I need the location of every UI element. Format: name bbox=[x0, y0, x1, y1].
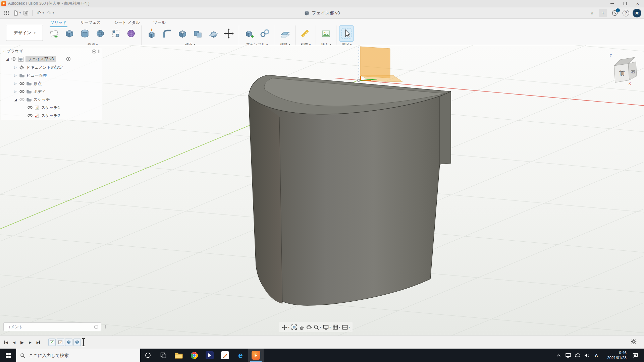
preferences-gear-button[interactable] bbox=[631, 339, 637, 345]
construction-plane-button[interactable] bbox=[278, 26, 292, 41]
account-avatar[interactable]: DD bbox=[633, 9, 641, 17]
undo-caret-icon[interactable]: ▾ bbox=[43, 11, 44, 14]
zoom-button[interactable]: ▾ bbox=[314, 324, 321, 330]
timeline-play-button[interactable]: ▶ bbox=[18, 338, 26, 346]
browser-item-origin[interactable]: ▷ 原点 bbox=[1, 79, 102, 87]
pattern-button[interactable] bbox=[109, 26, 123, 41]
expand-arrow-icon[interactable]: ◢ bbox=[13, 98, 17, 102]
action-center-button[interactable] bbox=[629, 349, 641, 362]
measure-button[interactable] bbox=[299, 26, 313, 41]
taskbar-clock[interactable]: 0:46 2021/01/28 bbox=[602, 350, 628, 360]
split-body-button[interactable] bbox=[206, 26, 220, 41]
tray-chevron-up-icon[interactable] bbox=[555, 349, 563, 362]
fusion-360-icon[interactable]: F bbox=[248, 349, 264, 362]
root-node-label[interactable]: フェイス部 v3 bbox=[25, 56, 56, 62]
workspace-selector[interactable]: デザイン▾ bbox=[6, 25, 43, 41]
fillet-button[interactable] bbox=[160, 26, 174, 41]
timeline-feature-sketch2[interactable] bbox=[57, 339, 64, 346]
create-form-button[interactable] bbox=[124, 26, 138, 41]
close-button[interactable]: × bbox=[631, 0, 644, 7]
taskbar-search[interactable] bbox=[16, 349, 140, 362]
comment-collapse-circle-icon[interactable] bbox=[94, 325, 98, 329]
model-body[interactable] bbox=[249, 75, 451, 305]
cylinder-button[interactable] bbox=[78, 26, 92, 41]
orbit-button[interactable] bbox=[306, 324, 312, 330]
zoom-caret-icon[interactable]: ▾ bbox=[320, 326, 321, 329]
start-button[interactable] bbox=[0, 349, 16, 362]
tray-speaker-icon[interactable] bbox=[583, 349, 591, 362]
browser-item-named-views[interactable]: ▷ ビュー管理 bbox=[1, 71, 102, 79]
create-sketch-button[interactable] bbox=[47, 26, 61, 41]
sketch-plane-vertical[interactable] bbox=[360, 47, 390, 78]
select-button[interactable] bbox=[339, 26, 354, 41]
browser-item-sketch1[interactable]: スケッチ1 bbox=[1, 104, 102, 112]
view-cube[interactable]: 前 右 Z X bbox=[608, 53, 641, 86]
new-component-button[interactable] bbox=[242, 26, 256, 41]
timeline-skip-start-button[interactable]: ◀ bbox=[2, 338, 10, 346]
viewports-button[interactable]: ▾ bbox=[342, 325, 350, 330]
undo-button[interactable]: ↶ bbox=[35, 9, 43, 17]
expand-arrow-icon[interactable]: ▷ bbox=[13, 74, 17, 77]
grid-caret-icon[interactable]: ▾ bbox=[339, 326, 340, 329]
timeline-feature-extrude2[interactable] bbox=[73, 339, 81, 346]
sphere-button[interactable] bbox=[93, 26, 107, 41]
task-view-button[interactable] bbox=[156, 349, 171, 362]
visibility-eye-icon[interactable] bbox=[28, 114, 33, 117]
cortana-button[interactable] bbox=[140, 349, 156, 362]
origin-point[interactable] bbox=[358, 79, 360, 82]
timeline-feature-sketch1[interactable] bbox=[48, 339, 56, 346]
browser-grip-handle[interactable] bbox=[98, 50, 100, 53]
expand-arrow-icon[interactable]: ▷ bbox=[13, 90, 17, 93]
root-expand-icon[interactable]: ◢ bbox=[5, 57, 9, 61]
browser-item-document-settings[interactable]: ▷ ドキュメントの設定 bbox=[1, 63, 102, 71]
notes-app-icon[interactable] bbox=[217, 349, 233, 362]
collapse-browser-icon[interactable]: « bbox=[3, 50, 5, 53]
tray-cloud-icon[interactable] bbox=[574, 349, 582, 362]
viewports-caret-icon[interactable]: ▾ bbox=[348, 326, 350, 329]
display-caret-icon[interactable]: ▾ bbox=[329, 326, 331, 329]
free-orbit-move-button[interactable]: ▾ bbox=[282, 324, 289, 330]
file-explorer-icon[interactable] bbox=[171, 349, 186, 362]
activate-component-radio[interactable] bbox=[66, 57, 71, 61]
document-tab[interactable]: フェイス部 v3 bbox=[299, 7, 345, 19]
job-status-button[interactable]: 1 bbox=[610, 9, 619, 17]
visibility-eye-icon[interactable] bbox=[19, 82, 24, 85]
box-button[interactable] bbox=[62, 26, 76, 41]
display-settings-button[interactable]: ▾ bbox=[323, 324, 331, 330]
timeline-step-back-button[interactable]: ◀ bbox=[10, 338, 18, 346]
redo-button[interactable]: ↷ bbox=[45, 9, 53, 17]
edge-icon[interactable]: e bbox=[233, 349, 248, 362]
timeline-feature-extrude1[interactable] bbox=[65, 339, 72, 346]
shell-button[interactable] bbox=[175, 26, 190, 41]
browser-item-sketch2[interactable]: スケッチ2 bbox=[1, 112, 102, 120]
file-menu-icon[interactable] bbox=[11, 9, 20, 17]
sketch-planes[interactable] bbox=[358, 47, 403, 82]
redo-caret-icon[interactable]: ▾ bbox=[53, 11, 54, 14]
minimize-button[interactable] bbox=[606, 0, 619, 7]
expand-arrow-icon[interactable]: ▷ bbox=[13, 66, 17, 69]
browser-item-sketches[interactable]: ◢ スケッチ bbox=[1, 96, 102, 104]
browser-root-node[interactable]: ◢ フェイス部 v3 bbox=[1, 55, 102, 63]
timeline-position-marker[interactable] bbox=[83, 339, 84, 346]
fit-view-button[interactable] bbox=[291, 324, 297, 330]
browser-item-bodies[interactable]: ▷ ボディ bbox=[1, 87, 102, 96]
restore-button[interactable] bbox=[619, 0, 631, 7]
browser-collapse-circle-icon[interactable] bbox=[92, 49, 96, 54]
root-visibility-eye-icon[interactable] bbox=[11, 57, 16, 61]
ime-indicator[interactable]: A bbox=[592, 349, 600, 362]
combine-button[interactable] bbox=[191, 26, 205, 41]
save-button[interactable] bbox=[21, 9, 30, 17]
file-menu-caret-icon[interactable]: ▾ bbox=[19, 11, 21, 14]
chrome-icon[interactable] bbox=[186, 349, 202, 362]
visibility-eye-icon[interactable] bbox=[28, 106, 33, 109]
comment-bar[interactable]: コメント bbox=[3, 322, 101, 331]
help-button[interactable]: ? bbox=[623, 10, 629, 16]
search-input[interactable] bbox=[16, 349, 140, 362]
document-tab-close-icon[interactable]: × bbox=[588, 10, 596, 16]
visibility-eye-off-icon[interactable] bbox=[19, 98, 24, 101]
tray-display-icon[interactable] bbox=[564, 349, 572, 362]
grid-settings-button[interactable]: ▾ bbox=[333, 324, 340, 330]
insert-canvas-button[interactable] bbox=[319, 26, 333, 41]
timeline-step-forward-button[interactable]: ▶ bbox=[26, 338, 34, 346]
pan-button[interactable] bbox=[299, 324, 304, 330]
